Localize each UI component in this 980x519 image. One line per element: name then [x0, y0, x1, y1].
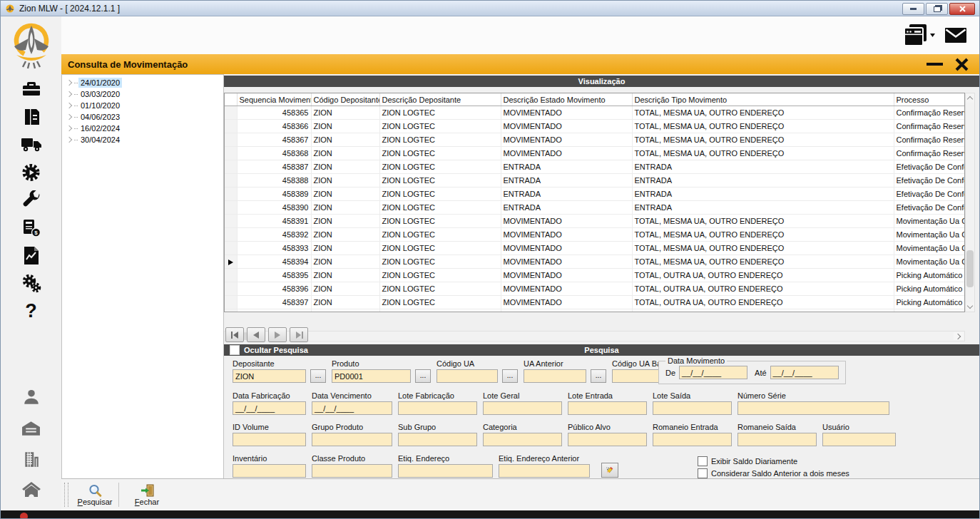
- table-row[interactable]: 458389ZIONZION LOGTECENTRADAENTRADAEfeti…: [225, 187, 965, 201]
- field-input-codigo-ua[interactable]: [437, 369, 498, 383]
- table-row[interactable]: 458393ZIONZION LOGTECMOVIMENTADOTOTAL, M…: [225, 242, 965, 255]
- table-row[interactable]: 458387ZIONZION LOGTECENTRADAENTRADAEfeti…: [225, 160, 965, 174]
- scroll-up-button[interactable]: [966, 93, 974, 103]
- field-input-ua-anterior[interactable]: [524, 369, 586, 383]
- field-input-sub-grupo[interactable]: [398, 433, 477, 446]
- column-header[interactable]: Sequencia Movimento: [237, 93, 311, 106]
- column-header[interactable]: Processo: [894, 93, 965, 106]
- sidebar-item-home[interactable]: [14, 474, 49, 505]
- field-input-grupo-produto[interactable]: [312, 433, 392, 446]
- field-input-publico-alvo[interactable]: [568, 433, 647, 446]
- row-selector[interactable]: [225, 187, 237, 201]
- browse-button-ua-anterior[interactable]: ...: [591, 369, 606, 383]
- row-selector[interactable]: [225, 174, 237, 187]
- sidebar-item-user[interactable]: [14, 382, 49, 413]
- checkbox-option[interactable]: Considerar Saldo Anterior a dois meses: [698, 467, 849, 479]
- field-input-lote-entrada[interactable]: [568, 401, 647, 415]
- row-selector[interactable]: [225, 242, 237, 255]
- table-row[interactable]: 458368ZIONZION LOGTECMOVIMENTADOTOTAL, M…: [225, 147, 965, 160]
- sidebar-item-process[interactable]: [14, 158, 49, 186]
- column-header[interactable]: Código Depositante: [311, 93, 379, 106]
- scroll-right-button[interactable]: [954, 332, 964, 340]
- minimize-button[interactable]: [902, 3, 924, 15]
- row-selector[interactable]: [225, 228, 237, 242]
- table-row[interactable]: 458395ZIONZION LOGTECMOVIMENTADOTOTAL, O…: [225, 269, 965, 282]
- row-selector[interactable]: [225, 120, 237, 133]
- restore-button[interactable]: [926, 3, 948, 15]
- sidebar-item-billing[interactable]: $: [14, 214, 49, 242]
- field-input-depositante[interactable]: ZION: [233, 369, 306, 383]
- sidebar-item-warehouse[interactable]: [14, 413, 49, 443]
- field-input-numero-serie[interactable]: [737, 401, 889, 415]
- grid-horizontal-scrollbar[interactable]: [224, 331, 965, 341]
- row-selector[interactable]: [225, 282, 237, 296]
- row-selector[interactable]: [225, 106, 237, 120]
- table-row[interactable]: 458394ZIONZION LOGTECMOVIMENTADOTOTAL, M…: [225, 255, 965, 269]
- table-row[interactable]: 458365ZIONZION LOGTECMOVIMENTADOTOTAL, M…: [225, 106, 965, 120]
- browse-button-codigo-ua[interactable]: ...: [502, 369, 518, 383]
- field-input-lote-saida[interactable]: [653, 401, 732, 415]
- clear-fields-button[interactable]: [601, 463, 618, 478]
- field-input-data-vencimento[interactable]: __/__/____: [312, 401, 392, 415]
- row-selector[interactable]: [225, 133, 237, 147]
- row-selector[interactable]: [225, 296, 237, 309]
- first-page-button[interactable]: [225, 327, 244, 342]
- tree-item[interactable]: 04/06/2023: [62, 111, 223, 123]
- table-row[interactable]: 458366ZIONZION LOGTECMOVIMENTADOTOTAL, M…: [225, 120, 965, 133]
- table-row[interactable]: 458390ZIONZION LOGTECENTRADAENTRADAEfeti…: [225, 201, 965, 215]
- row-selector[interactable]: [225, 201, 237, 215]
- row-selector[interactable]: [225, 269, 237, 282]
- browse-button-depositante[interactable]: ...: [310, 369, 326, 383]
- checkbox-option[interactable]: Exibir Saldo Diariamente: [698, 455, 849, 467]
- column-header[interactable]: Descrição Depositante: [379, 93, 501, 106]
- next-page-button[interactable]: [268, 327, 287, 342]
- tree-item[interactable]: 30/04/2024: [62, 134, 223, 145]
- date-from-field[interactable]: __/__/____: [679, 366, 747, 379]
- row-selector[interactable]: [225, 147, 237, 160]
- row-selector[interactable]: [225, 160, 237, 174]
- field-input-produto[interactable]: PD0001: [332, 369, 411, 383]
- field-input-data-fabricacao[interactable]: __/__/____: [233, 401, 306, 415]
- vertical-scroll-thumb[interactable]: [966, 250, 974, 287]
- toolbar-gripper[interactable]: [64, 483, 68, 507]
- scroll-down-button[interactable]: [966, 302, 974, 312]
- sidebar-item-truck[interactable]: [14, 130, 49, 158]
- checkbox-considerar-saldo-anterior-a-dois-meses[interactable]: [698, 468, 708, 478]
- checkbox-exibir-saldo-diariamente[interactable]: [698, 456, 708, 466]
- last-page-button[interactable]: [290, 327, 308, 342]
- table-row[interactable]: 458397ZIONZION LOGTECMOVIMENTADOTOTAL, O…: [225, 296, 965, 309]
- sidebar-item-documents[interactable]: [14, 103, 49, 130]
- field-input-usuario[interactable]: [822, 433, 896, 446]
- field-input-romaneio-saida[interactable]: [737, 433, 817, 446]
- column-header[interactable]: Descrição Estado Movimento: [501, 93, 632, 106]
- table-row[interactable]: 458396ZIONZION LOGTECMOVIMENTADOTOTAL, O…: [225, 282, 965, 296]
- sidebar-item-settings[interactable]: [14, 269, 49, 297]
- table-row[interactable]: 458391ZIONZION LOGTECMOVIMENTADOTOTAL, M…: [225, 215, 965, 228]
- previous-page-button[interactable]: [247, 327, 265, 342]
- sidebar-item-tools[interactable]: [14, 186, 49, 214]
- sidebar-item-reports[interactable]: [14, 242, 49, 269]
- field-input-lote-fabricacao[interactable]: [398, 401, 477, 415]
- report-window-button[interactable]: [904, 24, 935, 46]
- column-header[interactable]: Descrição Tipo Movimento: [632, 93, 894, 106]
- field-input-etiq-endereco[interactable]: [398, 464, 493, 478]
- panel-minimize-icon[interactable]: [927, 63, 943, 66]
- fechar-button[interactable]: Fechar: [125, 481, 169, 509]
- date-to-field[interactable]: __/__/____: [770, 366, 839, 379]
- tree-item[interactable]: 01/10/2020: [62, 100, 223, 111]
- row-selector[interactable]: [225, 215, 237, 228]
- table-row[interactable]: 458398ZIONZION LOGTECMOVIMENTADOTOTAL, O…: [225, 309, 965, 313]
- field-input-lote-geral[interactable]: [483, 401, 562, 415]
- sidebar-item-briefcase[interactable]: [14, 75, 49, 103]
- field-input-etiq-endereco-anterior[interactable]: [499, 464, 590, 478]
- panel-close-icon[interactable]: [954, 57, 969, 72]
- close-button[interactable]: [949, 3, 975, 15]
- sidebar-item-building[interactable]: [14, 443, 49, 474]
- table-row[interactable]: 458392ZIONZION LOGTECMOVIMENTADOTOTAL, M…: [225, 228, 965, 242]
- browse-button-produto[interactable]: ...: [415, 369, 431, 383]
- tree-item[interactable]: 24/01/2020: [62, 77, 223, 88]
- row-selector[interactable]: [225, 255, 237, 269]
- tree-item[interactable]: 03/03/2020: [62, 88, 223, 100]
- grid-vertical-scrollbar[interactable]: [965, 93, 975, 312]
- field-input-categoria[interactable]: [483, 433, 562, 446]
